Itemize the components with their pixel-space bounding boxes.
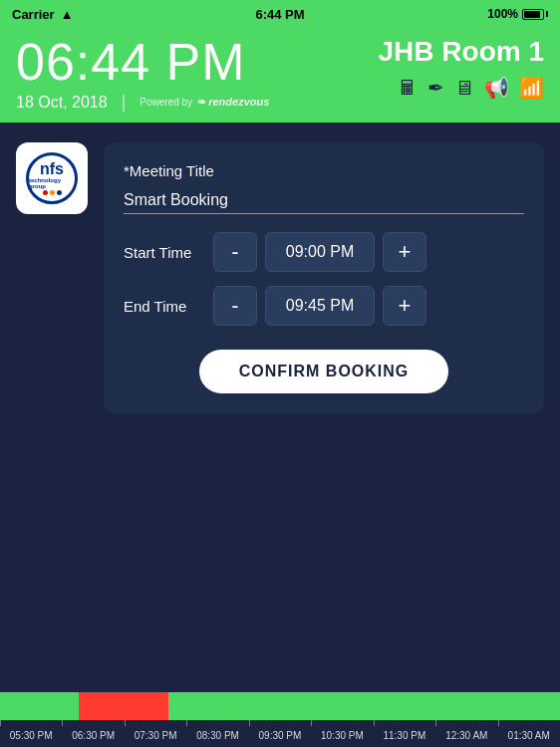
tick-9	[498, 720, 560, 726]
start-time-label: Start Time	[124, 244, 213, 261]
timeline-red-segment	[79, 692, 168, 720]
timeline-ticks	[0, 720, 560, 726]
nfs-dots	[43, 190, 62, 195]
timeline-label-4: 08:30 PM	[186, 730, 248, 741]
end-time-controls: - 09:45 PM +	[213, 286, 426, 326]
nfs-tech-text: technology group	[29, 177, 75, 189]
calculator-icon[interactable]: 🖩	[398, 77, 418, 100]
dot-orange	[50, 190, 55, 195]
timeline-label-9: 01:30 AM	[498, 730, 560, 741]
wifi-header-icon[interactable]: 📶	[519, 76, 544, 100]
status-bar: Carrier ▲ 6:44 PM 100%	[0, 0, 560, 28]
tick-2	[62, 720, 124, 726]
nfs-logo: nfs technology group	[20, 146, 84, 210]
tick-8	[435, 720, 497, 726]
powered-by: Powered by ❧ rendezvous	[140, 96, 269, 109]
meeting-title-label: *Meeting Title	[124, 162, 524, 179]
timeline-label-7: 11:30 PM	[374, 730, 435, 741]
main-content: nfs technology group *Meeting Title Star…	[0, 123, 560, 433]
date-divider: |	[122, 92, 127, 113]
end-time-display: 09:45 PM	[265, 286, 375, 326]
nfs-circle: nfs technology group	[26, 152, 78, 204]
start-time-row: Start Time - 09:00 PM +	[124, 232, 524, 272]
battery-percent: 100%	[487, 7, 518, 21]
timeline-green-segment-1	[0, 692, 79, 720]
speaker-icon[interactable]: 📢	[484, 76, 509, 100]
nfs-text: nfs	[40, 161, 64, 177]
room-section: JHB Room 1 🖩 ✒ 🖥 📢 📶	[379, 36, 544, 100]
current-time: 06:44 PM	[16, 36, 269, 88]
meeting-title-input[interactable]	[124, 187, 524, 214]
header: 06:44 PM 18 Oct, 2018 | Powered by ❧ ren…	[0, 28, 560, 123]
status-bar-right: 100%	[487, 7, 548, 21]
tick-1	[0, 720, 62, 726]
confirm-booking-button[interactable]: CONFIRM BOOKING	[199, 350, 449, 393]
tick-3	[125, 720, 186, 726]
logo-box: nfs technology group	[16, 142, 88, 214]
header-icons[interactable]: 🖩 ✒ 🖥 📢 📶	[398, 76, 544, 100]
time-section: 06:44 PM 18 Oct, 2018 | Powered by ❧ ren…	[16, 36, 269, 113]
timeline-label-6: 10:30 PM	[311, 730, 373, 741]
timeline-bar	[0, 692, 560, 720]
timeline-green-segment-2	[168, 692, 560, 720]
brand-name: ❧ rendezvous	[196, 96, 269, 109]
timeline-label-8: 12:30 AM	[435, 730, 497, 741]
timeline-label-3: 07:30 PM	[125, 730, 186, 741]
carrier-label: Carrier	[12, 7, 55, 22]
start-time-minus-button[interactable]: -	[213, 232, 257, 272]
pen-icon[interactable]: ✒	[427, 76, 444, 100]
status-bar-time: 6:44 PM	[255, 7, 304, 22]
timeline-label-5: 09:30 PM	[249, 730, 311, 741]
current-date: 18 Oct, 2018	[16, 94, 108, 112]
end-time-label: End Time	[124, 298, 213, 315]
powered-by-text: Powered by	[140, 97, 192, 108]
timeline-label-2: 06:30 PM	[62, 730, 124, 741]
status-bar-left: Carrier ▲	[12, 7, 74, 22]
form-panel: *Meeting Title Start Time - 09:00 PM + E…	[104, 142, 544, 413]
end-time-plus-button[interactable]: +	[383, 286, 426, 326]
timeline-label-1: 05:30 PM	[0, 730, 62, 741]
dot-blue	[57, 190, 62, 195]
room-name: JHB Room 1	[379, 36, 544, 68]
timeline-labels: 05:30 PM 06:30 PM 07:30 PM 08:30 PM 09:3…	[0, 726, 560, 747]
dot-red	[43, 190, 48, 195]
timeline: 05:30 PM 06:30 PM 07:30 PM 08:30 PM 09:3…	[0, 692, 560, 747]
wifi-icon: ▲	[61, 7, 74, 22]
end-time-row: End Time - 09:45 PM +	[124, 286, 524, 326]
start-time-plus-button[interactable]: +	[383, 232, 426, 272]
date-row: 18 Oct, 2018 | Powered by ❧ rendezvous	[16, 92, 269, 113]
tick-5	[249, 720, 311, 726]
start-time-display: 09:00 PM	[265, 232, 375, 272]
tick-4	[186, 720, 248, 726]
tick-7	[374, 720, 435, 726]
start-time-controls: - 09:00 PM +	[213, 232, 426, 272]
tick-6	[311, 720, 373, 726]
battery-icon	[522, 9, 548, 20]
monitor-icon[interactable]: 🖥	[454, 77, 474, 100]
end-time-minus-button[interactable]: -	[213, 286, 257, 326]
